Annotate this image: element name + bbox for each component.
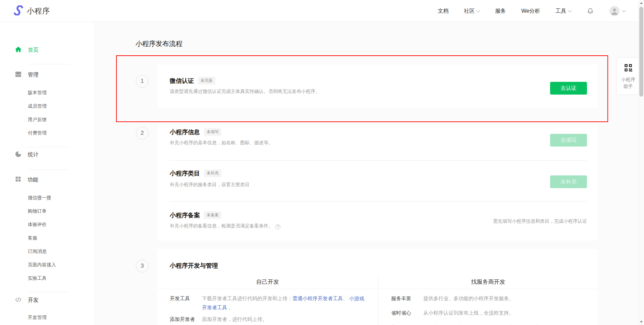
add-developer-text: 添加开发者，进行代码上传。 xyxy=(202,315,267,324)
top-navbar: 小程序 文档 社区 服务 We分析 工具 xyxy=(0,0,644,22)
page-title: 小程序发布流程 xyxy=(136,39,182,48)
sidebar-item-dev-management[interactable]: 开发管理 xyxy=(0,311,95,324)
inbox-icon xyxy=(14,70,22,79)
sidebar-item-wechat-search[interactable]: 微信搜一搜 xyxy=(0,191,95,204)
sidebar-item-features[interactable]: 功能 xyxy=(0,174,95,185)
sidebar-item-experience-review[interactable]: 体验评价 xyxy=(0,218,95,231)
miniprogram-info-title: 小程序信息 xyxy=(170,129,200,136)
sidebar-item-page-content-access[interactable]: 页面内容接入 xyxy=(0,258,95,271)
nav-item-service[interactable]: 服务 xyxy=(495,8,506,15)
sidebar-item-customer-service[interactable]: 客服 xyxy=(0,231,95,245)
sidebar-item-develop[interactable]: 开发 xyxy=(0,295,95,306)
status-badge: 未备案 xyxy=(204,211,221,219)
vendor-develop-header: 找服务商开发 xyxy=(379,275,598,289)
dev-tools-text: 下载开发者工具进行代码的开发和上传：普通小程序开发者工具、 小游戏开发者工具 。 xyxy=(202,294,367,312)
reliable-label: 安全可靠 xyxy=(391,323,423,325)
save-time-row: 省时省心 从小程序认证到发布上线，全流程支持。 xyxy=(379,308,598,317)
logo-text: 小程序 xyxy=(27,6,50,16)
logo[interactable]: 小程序 xyxy=(13,0,50,22)
chevron-down-icon xyxy=(568,8,572,12)
step-number-1: 1 xyxy=(136,75,149,88)
status-badge: 未完善 xyxy=(198,77,215,85)
grid-icon xyxy=(14,175,22,184)
divider xyxy=(28,170,69,170)
save-time-text: 从小程序认证到发布上线，全流程支持。 xyxy=(423,308,514,317)
development-management-card: 小程序开发与管理 自己开发 开发工具 下载开发者工具进行代码的开发和上传：普通小… xyxy=(157,249,598,325)
nav-item-community[interactable]: 社区 xyxy=(464,8,480,15)
sidebar-item-member-management[interactable]: 成员管理 xyxy=(0,99,95,113)
qr-code-icon xyxy=(624,63,633,72)
sidebar-item-manage[interactable]: 管理 xyxy=(0,69,95,80)
rich-service-label: 服务丰富 xyxy=(391,294,423,303)
miniprogram-assistant-widget[interactable]: 小程序 助手 xyxy=(617,58,639,94)
miniprogram-category-title: 小程序类目 xyxy=(170,170,200,177)
help-icon[interactable]: ? xyxy=(275,224,280,229)
miniprogram-icp-title: 小程序备案 xyxy=(170,212,200,219)
go-supplement-button[interactable]: 去补充 xyxy=(550,175,587,188)
scroll-up-arrow[interactable] xyxy=(640,2,643,4)
status-badge: 未填写 xyxy=(204,128,221,136)
wechat-verification-card: 微信认证未完善 该类型请先通过微信认证完成主体真实性确认。否则将无法发布小程序。… xyxy=(157,64,598,108)
step-number-2: 2 xyxy=(136,127,149,140)
scrollbar-thumb[interactable] xyxy=(639,7,643,97)
dev-tools-row: 开发工具 下载开发者工具进行代码的开发和上传：普通小程序开发者工具、 小游戏开发… xyxy=(157,294,378,312)
sidebar-item-subscribe-message[interactable]: 订阅消息 xyxy=(0,245,95,258)
divider xyxy=(28,292,69,292)
go-verify-button[interactable]: 去认证 xyxy=(550,82,587,95)
add-developer-label: 添加开发者 xyxy=(170,315,202,324)
normal-devtools-link[interactable]: 普通小程序开发者工具 xyxy=(292,295,343,301)
go-fill-button[interactable]: 去填写 xyxy=(550,134,587,147)
sidebar-item-home[interactable]: 首页 xyxy=(0,45,95,55)
scroll-down-arrow[interactable] xyxy=(640,321,643,323)
nav-links: 文档 社区 服务 We分析 工具 xyxy=(438,0,625,22)
nav-item-tools[interactable]: 工具 xyxy=(555,8,571,15)
chevron-down-icon xyxy=(622,8,626,12)
reliable-text: 可免费试用后再支付，在线客服响应，官方售后保障。 xyxy=(423,323,544,325)
sidebar-item-experiment-tools[interactable]: 实验工具 xyxy=(0,271,95,285)
self-develop-header: 自己开发 xyxy=(157,275,378,289)
sidebar-item-user-feedback[interactable]: 用户反馈 xyxy=(0,113,95,126)
miniprogram-category-row: 小程序类目未补充 补充小程序的服务类目，设置主营类目 去补充 xyxy=(157,161,598,201)
self-develop-column: 自己开发 开发工具 下载开发者工具进行代码的开发和上传：普通小程序开发者工具、 … xyxy=(157,275,378,325)
add-developer-row: 添加开发者 添加开发者，进行代码上传。 xyxy=(157,315,378,324)
home-icon xyxy=(14,46,22,55)
sidebar-item-payment-management[interactable]: 付费管理 xyxy=(0,126,95,140)
development-management-title: 小程序开发与管理 xyxy=(170,262,218,269)
chevron-down-icon xyxy=(477,8,480,12)
status-badge: 未补充 xyxy=(204,169,221,177)
avatar xyxy=(609,6,620,16)
assistant-label: 小程序 助手 xyxy=(617,76,639,90)
reliable-row: 安全可靠 可免费试用后再支付，在线客服响应，官方售后保障。 xyxy=(379,323,598,325)
icp-prerequisite-note: 需先填写小程序信息和类目，完成小程序认证 xyxy=(493,218,587,224)
miniprogram-info-row: 小程序信息未填写 补充小程序的基本信息，如名称、图标、描述等。 去填写 xyxy=(157,124,598,160)
vertical-scrollbar[interactable] xyxy=(638,0,644,325)
dev-tools-label: 开发工具 xyxy=(170,294,202,303)
sidebar-item-statistics[interactable]: 统计 xyxy=(0,149,95,160)
pie-chart-icon xyxy=(14,150,22,159)
code-icon xyxy=(14,296,22,305)
sidebar-item-version-management[interactable]: 版本管理 xyxy=(0,86,95,99)
account-menu[interactable] xyxy=(609,6,625,16)
miniprogram-logo-icon xyxy=(13,5,23,17)
miniprogram-setup-card: 小程序信息未填写 补充小程序的基本信息，如名称、图标、描述等。 去填写 小程序类… xyxy=(157,124,598,240)
wechat-verification-title: 微信认证 xyxy=(170,77,194,84)
sidebar-item-shopping-orders[interactable]: 购物订单 xyxy=(0,204,95,218)
sidebar: 首页 管理 版本管理 成员管理 用户反馈 付费管理 统计 功能 xyxy=(0,22,95,325)
rich-service-row: 服务丰富 提供多行业、多功能的小程序开发服务。 xyxy=(379,294,598,303)
step-number-3: 3 xyxy=(136,260,149,272)
save-time-label: 省时省心 xyxy=(391,308,423,317)
nav-item-docs[interactable]: 文档 xyxy=(438,8,448,15)
rich-service-text: 提供多行业、多功能的小程序开发服务。 xyxy=(423,294,514,303)
miniprogram-icp-row: 小程序备案未备案 补充小程序的备案信息，检测是否满足备案条件。? 需先填写小程序… xyxy=(157,202,598,240)
miniprogram-category-desc: 补充小程序的服务类目，设置主营类目 xyxy=(170,181,598,188)
divider xyxy=(28,64,69,64)
notification-bell-icon[interactable] xyxy=(587,7,594,15)
divider xyxy=(28,147,69,147)
wechat-verification-desc: 该类型请先通过微信认证完成主体真实性确认。否则将无法发布小程序。 xyxy=(170,88,320,95)
nav-item-we-analysis[interactable]: We分析 xyxy=(521,8,540,15)
vendor-develop-column: 找服务商开发 服务丰富 提供多行业、多功能的小程序开发服务。 省时省心 从小程序… xyxy=(379,275,598,325)
miniprogram-info-desc: 补充小程序的基本信息，如名称、图标、描述等。 xyxy=(170,139,598,146)
